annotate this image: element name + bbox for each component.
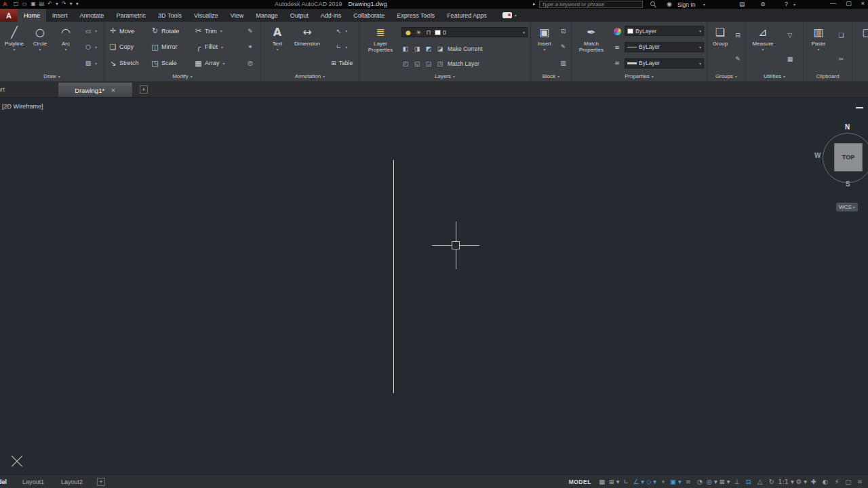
search-toggle-icon[interactable]: ▸	[533, 1, 536, 7]
panel-title-layers[interactable]: Layers	[359, 71, 530, 81]
layer-tool-icon[interactable]: ◪	[436, 45, 444, 52]
ellipse-button[interactable]: ○	[84, 43, 97, 50]
sign-in-button[interactable]: Sign In	[677, 1, 695, 8]
undo-icon[interactable]: ↶	[47, 1, 52, 7]
clean-screen-toggle[interactable]: ▢	[843, 476, 854, 487]
object-snap-tracking-toggle[interactable]: ⌖	[658, 476, 669, 487]
rotate-button[interactable]: ↻Rotate	[151, 24, 194, 38]
tab-visualize[interactable]: Visualize	[188, 9, 224, 22]
isolate-objects-toggle[interactable]: ◐	[820, 476, 831, 487]
app-logo-icon[interactable]: A	[3, 1, 7, 7]
color-wheel-icon[interactable]	[614, 28, 621, 35]
start-tab[interactable]: Start	[0, 85, 5, 93]
linetype-select[interactable]: ByLayer	[625, 42, 704, 52]
object-snap-toggle[interactable]: ▣ ▾	[669, 476, 682, 487]
viewcube-west[interactable]: W	[814, 152, 821, 159]
model-space-badge[interactable]: MODEL	[569, 479, 591, 485]
tab-express-tools[interactable]: Express Tools	[391, 9, 441, 22]
cut-icon[interactable]: ✂	[837, 56, 846, 62]
panel-title-draw[interactable]: Draw	[0, 71, 104, 81]
panel-title-modify[interactable]: Modify	[104, 71, 260, 81]
drawing1-tab[interactable]: Drawing1* ×	[58, 82, 133, 98]
close-button[interactable]: ×	[861, 0, 865, 7]
erase-icon[interactable]: ✎	[246, 28, 254, 35]
new-drawing-button[interactable]: +	[140, 85, 148, 94]
tab-collaborate[interactable]: Collaborate	[347, 9, 391, 22]
tab-featured-apps[interactable]: Featured Apps	[441, 9, 493, 22]
scale-button[interactable]: ◳Scale	[151, 56, 194, 70]
trim-button[interactable]: ✂Trim	[194, 24, 243, 38]
account-icon[interactable]: ◉	[667, 1, 672, 7]
layout1-tab[interactable]: Layout1	[22, 479, 44, 485]
match-properties-button[interactable]: ✒ Match Properties	[573, 23, 610, 71]
layer-tool-icon[interactable]: ◲	[425, 60, 433, 67]
view-tool-button[interactable]: ▢	[854, 23, 868, 71]
open-file-icon[interactable]: ▭	[22, 1, 28, 7]
infocenter-search-input[interactable]	[539, 1, 643, 8]
lineweight-display-toggle[interactable]: ≡	[683, 476, 694, 487]
tab-insert[interactable]: Insert	[46, 9, 74, 22]
search-icon[interactable]	[650, 1, 655, 6]
wcs-selector[interactable]: WCS	[836, 203, 858, 211]
viewcube-south[interactable]: S	[846, 180, 850, 188]
lineweight-select[interactable]: ByLayer	[625, 58, 704, 68]
layer-tool-icon[interactable]: ◳	[436, 60, 444, 67]
move-button[interactable]: ✛Move	[108, 24, 151, 38]
annotation-scale-button[interactable]: 1:1 ▾	[778, 476, 795, 487]
copy-clip-icon[interactable]: ❏	[837, 32, 846, 39]
drawing-canvas[interactable]: [2D Wireframe] N W S TOP WCS	[0, 98, 868, 474]
rectangle-button[interactable]: ▭	[84, 28, 97, 35]
create-block-icon[interactable]: ⊡	[559, 28, 568, 35]
leader-button[interactable]: ↖	[334, 28, 347, 35]
plot-icon[interactable]: ▤	[39, 1, 45, 7]
tab-3d-tools[interactable]: 3D Tools	[152, 9, 188, 22]
ungroup-icon[interactable]: ⊟	[734, 32, 742, 39]
customize-button[interactable]: ≡	[854, 476, 865, 487]
sign-in-caret-icon[interactable]: ▾	[703, 2, 705, 7]
measure-button[interactable]: ⊿ Measure	[747, 23, 778, 71]
insert-button[interactable]: ▣ Insert	[532, 23, 557, 71]
define-attributes-icon[interactable]: ✎	[559, 43, 568, 50]
graphics-performance-toggle[interactable]: ⚡	[831, 476, 842, 487]
snap-mode-toggle[interactable]: ⊞ ▾	[608, 476, 620, 487]
application-menu-button[interactable]: A	[0, 9, 18, 22]
help-icon[interactable]: ?	[785, 1, 788, 7]
minimize-indicator[interactable]	[856, 107, 863, 108]
arc-button[interactable]: ◠ Arc	[53, 23, 79, 71]
explode-icon[interactable]: ✶	[246, 43, 254, 50]
ribbon-display-caret-icon[interactable]: ▾	[515, 13, 517, 22]
redo-icon[interactable]: ↷	[62, 1, 66, 7]
layer-properties-button[interactable]: ≣ Layer Properties	[362, 23, 399, 71]
selection-cycling-toggle[interactable]: ◎ ▾	[706, 476, 718, 487]
quick-select-icon[interactable]: ▽	[786, 32, 794, 39]
panel-title-groups[interactable]: Groups	[707, 71, 745, 81]
properties-list-icon[interactable]: ≡	[613, 44, 621, 51]
polar-tracking-toggle[interactable]: ∠ ▾	[633, 476, 645, 487]
panel-title-properties[interactable]: Properties	[572, 71, 707, 81]
layer-tool-icon[interactable]: ◨	[413, 45, 421, 52]
tab-add-ins[interactable]: Add-ins	[315, 9, 348, 22]
panel-title-clipboard[interactable]: Clipboard	[804, 71, 852, 81]
transparency-toggle[interactable]: ◔	[694, 476, 705, 487]
tab-annotate[interactable]: Annotate	[74, 9, 111, 22]
panel-title-utilities[interactable]: Utilities	[746, 71, 803, 81]
new-layout-button[interactable]: +	[97, 478, 105, 486]
layer-tool-icon[interactable]: ◱	[413, 60, 421, 67]
auto-scale-toggle[interactable]: ↻	[766, 476, 777, 487]
make-current-button[interactable]: Make Current	[448, 45, 483, 52]
viewcube-top-face[interactable]: TOP	[834, 143, 863, 171]
undo-caret-icon[interactable]: ▾	[56, 1, 58, 7]
layer-tool-icon[interactable]: ◩	[425, 45, 433, 52]
fillet-button[interactable]: ╭Fillet	[194, 40, 243, 54]
close-tab-icon[interactable]: ×	[111, 87, 116, 94]
tab-output[interactable]: Output	[284, 9, 315, 22]
model-tab[interactable]: Model	[0, 479, 7, 485]
stretch-button[interactable]: ↘Stretch	[108, 56, 151, 70]
object-color-select[interactable]: ByLayer	[625, 26, 704, 36]
connect-status-icon[interactable]	[502, 12, 512, 18]
mirror-button[interactable]: ◫Mirror	[151, 40, 194, 54]
annotation-visibility-toggle[interactable]: △	[755, 476, 766, 487]
workspace-switching-button[interactable]: ⚙ ▾	[795, 476, 808, 487]
dynamic-input-toggle[interactable]: ⊡	[743, 476, 754, 487]
tab-parametric[interactable]: Parametric	[111, 9, 153, 22]
